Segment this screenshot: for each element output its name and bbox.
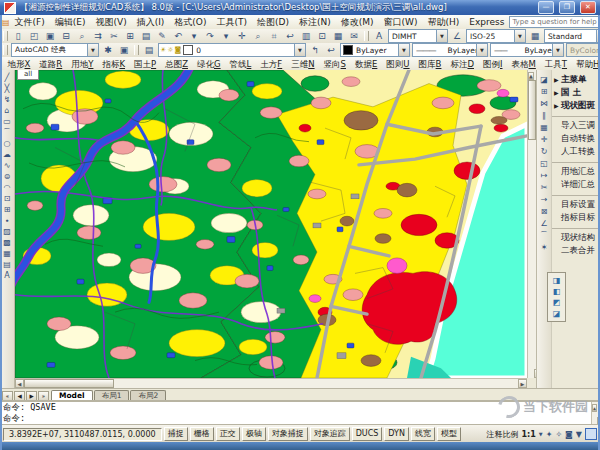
- lock-icon[interactable]: ◙: [175, 46, 182, 54]
- menu-item[interactable]: 插入(I): [132, 16, 170, 29]
- plugin-menu-item[interactable]: 三维N: [287, 58, 319, 70]
- chevron-down-icon[interactable]: ▼: [294, 44, 305, 56]
- overlay-layers-icon[interactable]: ◩: [550, 297, 563, 308]
- plugin-menu-item[interactable]: 数据E: [350, 58, 381, 70]
- status-toggle-button[interactable]: 对象追踪: [310, 427, 350, 441]
- panel-item[interactable]: ▶ 主菜单: [552, 73, 600, 86]
- line-icon[interactable]: ╱: [1, 72, 14, 83]
- plugin-menu-item[interactable]: 管线L: [225, 58, 256, 70]
- circle-icon[interactable]: ○: [1, 138, 14, 149]
- status-toggle-button[interactable]: 线宽: [411, 427, 435, 441]
- publish-icon[interactable]: ⇉: [90, 29, 106, 44]
- chamfer-icon[interactable]: ∠: [538, 218, 551, 230]
- copy-object-icon[interactable]: ⊞: [538, 86, 551, 98]
- status-toggle-button[interactable]: 正交: [216, 427, 240, 441]
- make-block-icon[interactable]: ⊞: [1, 204, 14, 215]
- trim-icon[interactable]: ✂: [538, 182, 551, 194]
- menu-item[interactable]: 格式(O): [169, 16, 211, 29]
- overlay-merge-icon[interactable]: ◪: [550, 308, 563, 319]
- plugin-menu-item[interactable]: 图例I: [478, 58, 507, 70]
- command-prompt-line[interactable]: 命令:: [0, 413, 600, 424]
- horizontal-scroll-thumb[interactable]: [24, 379, 114, 388]
- workspace-settings-icon[interactable]: ✱: [100, 43, 116, 58]
- panel-item[interactable]: 目标设置: [552, 198, 600, 211]
- panel-item[interactable]: 用地汇总: [552, 165, 600, 178]
- zoom-realtime-icon[interactable]: ⌕: [250, 29, 266, 44]
- scroll-up-icon[interactable]: ▲: [528, 72, 534, 80]
- pan-icon[interactable]: ✛: [234, 29, 250, 44]
- plugin-menu-item[interactable]: 总图Z: [161, 58, 193, 70]
- panel-item[interactable]: ▶ 国 土: [552, 86, 600, 99]
- break-icon[interactable]: ⊠: [538, 206, 551, 218]
- toolbar-lock-icon[interactable]: ◙: [565, 430, 573, 439]
- annotation-scale-value[interactable]: 1:1: [521, 430, 535, 439]
- menu-item[interactable]: Express: [464, 16, 509, 29]
- scroll-right-icon[interactable]: ▶: [518, 379, 527, 388]
- plugin-menu-item[interactable]: 用地Y: [67, 58, 98, 70]
- menu-item[interactable]: 视图(V): [90, 16, 131, 29]
- lineweight-combo[interactable]: —— ByLayer ▼: [490, 43, 564, 57]
- linetype-combo[interactable]: ——— ByLayer ▼: [412, 43, 488, 57]
- mtext-icon[interactable]: A: [1, 270, 14, 281]
- zoom-window-icon[interactable]: ⌗: [266, 29, 282, 44]
- plugin-menu-item[interactable]: 土方F: [256, 58, 287, 70]
- make-current-icon[interactable]: ↰: [307, 43, 323, 58]
- document-tab[interactable]: all: [17, 70, 39, 80]
- plot-icon[interactable]: ⊟: [58, 29, 74, 44]
- maximize-button[interactable]: ❐: [559, 1, 575, 14]
- panel-item[interactable]: 人工转换: [552, 145, 600, 158]
- panel-item[interactable]: [552, 158, 600, 163]
- status-menu-arrow-icon[interactable]: ▼: [576, 430, 582, 439]
- text-style-combo[interactable]: DIMHT ▼: [388, 29, 448, 43]
- command-window[interactable]: 命令: QSAVE 命令: ▲ ▼ 当下软件园: [0, 400, 600, 426]
- layer-combo[interactable]: ☀☼◙ 0 ▼: [158, 43, 306, 57]
- ellipse-icon[interactable]: ⊜: [1, 171, 14, 182]
- explode-icon[interactable]: ✶: [538, 242, 551, 254]
- layer-properties-icon[interactable]: ▤: [141, 43, 157, 58]
- vertical-scroll-thumb[interactable]: [528, 80, 536, 140]
- arc-icon[interactable]: ⌒: [1, 127, 14, 138]
- new-icon[interactable]: ▯: [10, 29, 26, 44]
- table-icon[interactable]: ▤: [1, 259, 14, 270]
- plugin-menu-item[interactable]: 图则U: [382, 58, 414, 70]
- menu-item[interactable]: 修改(M): [336, 16, 379, 29]
- match-properties-icon[interactable]: ✎: [154, 29, 170, 44]
- workspace-combo[interactable]: AutoCAD 经典 ▼: [11, 43, 99, 57]
- plugin-menu-item[interactable]: 表格M: [507, 58, 540, 70]
- overlay-copy-icon[interactable]: ◨: [550, 275, 563, 286]
- menu-item[interactable]: 标注(N): [294, 16, 336, 29]
- rotate-icon[interactable]: ↻: [538, 146, 551, 158]
- menu-item[interactable]: 工具(T): [211, 16, 252, 29]
- status-toggle-button[interactable]: 捕捉: [164, 427, 188, 441]
- stretch-icon[interactable]: ↦: [538, 170, 551, 182]
- bulb-icon[interactable]: ☀: [160, 46, 166, 54]
- save-workspace-icon[interactable]: ▣: [116, 43, 132, 58]
- map-canvas[interactable]: all: [15, 70, 527, 378]
- panel-item[interactable]: 指标目标: [552, 211, 600, 224]
- ellipse-arc-icon[interactable]: ◠: [1, 182, 14, 193]
- chevron-down-icon[interactable]: ▼: [476, 44, 487, 56]
- construction-line-icon[interactable]: ╳: [1, 83, 14, 94]
- rectangle-icon[interactable]: ▭: [1, 116, 14, 127]
- chevron-down-icon[interactable]: ▼: [539, 431, 543, 437]
- move-icon[interactable]: ✛: [538, 134, 551, 146]
- status-toggle-button[interactable]: DYN: [384, 427, 409, 441]
- panel-item[interactable]: ▶ 现状图斑: [552, 99, 600, 112]
- menu-item[interactable]: 文件(F): [10, 16, 50, 29]
- spline-icon[interactable]: ∿: [1, 160, 14, 171]
- help-search-input[interactable]: [509, 16, 600, 28]
- polyline-icon[interactable]: ↯: [1, 94, 14, 105]
- tool-palettes-icon[interactable]: ▦: [330, 29, 346, 44]
- properties-icon[interactable]: ▥: [298, 29, 314, 44]
- point-icon[interactable]: ∙: [1, 215, 14, 226]
- region-icon[interactable]: ▦: [1, 248, 14, 259]
- plugin-menu-item[interactable]: 工具T: [540, 58, 571, 70]
- undo-icon[interactable]: ↶: [170, 29, 186, 44]
- vertical-scrollbar[interactable]: ▲ ▼: [527, 70, 536, 378]
- plugin-menu-item[interactable]: 指标K: [98, 58, 130, 70]
- dim-style-icon[interactable]: ∠: [449, 29, 465, 44]
- copy-icon[interactable]: ⊞: [122, 29, 138, 44]
- plugin-menu-item[interactable]: 帮助H: [572, 58, 600, 70]
- panel-item[interactable]: [552, 224, 600, 229]
- freeze-icon[interactable]: ☼: [167, 46, 173, 54]
